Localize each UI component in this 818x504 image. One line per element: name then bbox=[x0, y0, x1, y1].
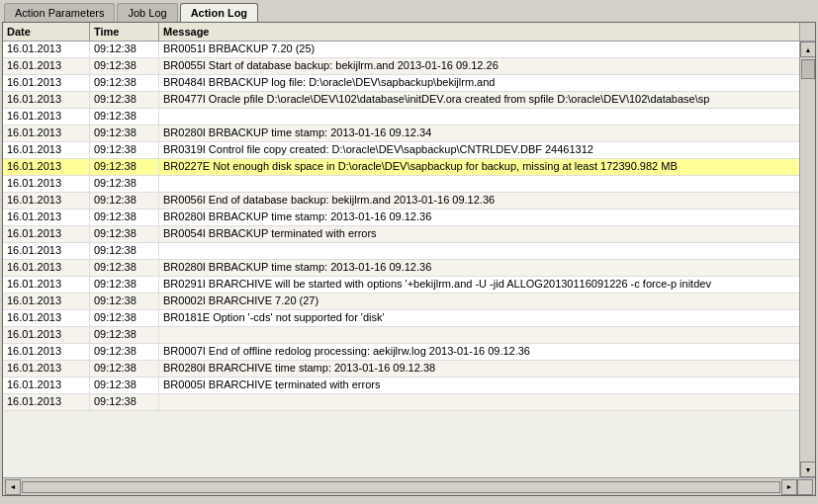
table-header: Date Time Message bbox=[3, 23, 815, 42]
cell-date: 16.01.2013 bbox=[3, 277, 90, 293]
cell-message: BR0280I BRBACKUP time stamp: 2013-01-16 … bbox=[159, 260, 799, 276]
table-container: Date Time Message 16.01.201309:12:38BR00… bbox=[3, 23, 815, 495]
scrollbar-top-right bbox=[799, 23, 815, 41]
cell-time: 09:12:38 bbox=[90, 394, 159, 410]
cell-message bbox=[159, 243, 799, 259]
cell-time: 09:12:38 bbox=[90, 361, 159, 377]
cell-date: 16.01.2013 bbox=[3, 310, 90, 326]
cell-message: BR0055I Start of database backup: bekijl… bbox=[159, 58, 799, 74]
cell-time: 09:12:38 bbox=[90, 109, 159, 125]
vertical-scrollbar[interactable]: ▲ ▼ bbox=[799, 42, 815, 477]
tab-action-parameters[interactable]: Action Parameters bbox=[4, 3, 115, 22]
cell-message bbox=[159, 176, 799, 192]
table-row: 16.01.201309:12:38BR0291I BRARCHIVE will… bbox=[3, 277, 799, 294]
cell-time: 09:12:38 bbox=[90, 310, 159, 326]
table-rows: 16.01.201309:12:38BR0051I BRBACKUP 7.20 … bbox=[3, 42, 799, 477]
tab-action-log[interactable]: Action Log bbox=[180, 3, 258, 22]
cell-message bbox=[159, 394, 799, 410]
cell-message bbox=[159, 109, 799, 125]
cell-message: BR0477I Oracle pfile D:\oracle\DEV\102\d… bbox=[159, 92, 799, 108]
cell-date: 16.01.2013 bbox=[3, 75, 90, 91]
table-row: 16.01.201309:12:38BR0319I Control file c… bbox=[3, 142, 799, 159]
h-scroll-track[interactable] bbox=[22, 481, 780, 493]
cell-date: 16.01.2013 bbox=[3, 226, 90, 242]
cell-time: 09:12:38 bbox=[90, 75, 159, 91]
scroll-thumb[interactable] bbox=[801, 59, 815, 79]
cell-time: 09:12:38 bbox=[90, 193, 159, 209]
cell-message: BR0005I BRARCHIVE terminated with errors bbox=[159, 378, 799, 393]
table-row: 16.01.201309:12:38 bbox=[3, 243, 799, 260]
cell-message: BR0280I BRBACKUP time stamp: 2013-01-16 … bbox=[159, 126, 799, 141]
cell-message bbox=[159, 327, 799, 343]
cell-time: 09:12:38 bbox=[90, 226, 159, 242]
scroll-left-button[interactable]: ◄ bbox=[5, 479, 21, 495]
cell-message: BR0280I BRBACKUP time stamp: 2013-01-16 … bbox=[159, 210, 799, 225]
table-row: 16.01.201309:12:38BR0280I BRARCHIVE time… bbox=[3, 361, 799, 378]
cell-message: BR0056I End of database backup: bekijlrm… bbox=[159, 193, 799, 209]
cell-date: 16.01.2013 bbox=[3, 109, 90, 125]
cell-time: 09:12:38 bbox=[90, 260, 159, 276]
cell-date: 16.01.2013 bbox=[3, 159, 90, 175]
cell-date: 16.01.2013 bbox=[3, 378, 90, 393]
cell-time: 09:12:38 bbox=[90, 142, 159, 158]
scroll-track bbox=[800, 57, 815, 462]
cell-time: 09:12:38 bbox=[90, 92, 159, 108]
cell-time: 09:12:38 bbox=[90, 159, 159, 175]
cell-message: BR0181E Option '-cds' not supported for … bbox=[159, 310, 799, 326]
tab-bar: Action Parameters Job Log Action Log bbox=[0, 0, 818, 22]
cell-date: 16.01.2013 bbox=[3, 260, 90, 276]
cell-message: BR0319I Control file copy created: D:\or… bbox=[159, 142, 799, 158]
table-row: 16.01.201309:12:38BR0280I BRBACKUP time … bbox=[3, 210, 799, 226]
cell-time: 09:12:38 bbox=[90, 294, 159, 309]
cell-date: 16.01.2013 bbox=[3, 92, 90, 108]
cell-message: BR0051I BRBACKUP 7.20 (25) bbox=[159, 42, 799, 57]
col-message-header: Message bbox=[159, 23, 799, 41]
cell-date: 16.01.2013 bbox=[3, 243, 90, 259]
cell-time: 09:12:38 bbox=[90, 243, 159, 259]
table-row: 16.01.201309:12:38BR0227E Not enough dis… bbox=[3, 159, 799, 176]
table-row: 16.01.201309:12:38BR0002I BRARCHIVE 7.20… bbox=[3, 294, 799, 310]
cell-date: 16.01.2013 bbox=[3, 394, 90, 410]
table-row: 16.01.201309:12:38 bbox=[3, 327, 799, 344]
cell-date: 16.01.2013 bbox=[3, 210, 90, 225]
cell-message: BR0007I End of offline redolog processin… bbox=[159, 344, 799, 360]
cell-message: BR0054I BRBACKUP terminated with errors bbox=[159, 226, 799, 242]
cell-date: 16.01.2013 bbox=[3, 126, 90, 141]
cell-message: BR0280I BRARCHIVE time stamp: 2013-01-16… bbox=[159, 361, 799, 377]
table-row: 16.01.201309:12:38BR0484I BRBACKUP log f… bbox=[3, 75, 799, 92]
cell-date: 16.01.2013 bbox=[3, 193, 90, 209]
table-row: 16.01.201309:12:38BR0005I BRARCHIVE term… bbox=[3, 378, 799, 394]
tab-job-log[interactable]: Job Log bbox=[117, 3, 177, 22]
main-panel: Date Time Message 16.01.201309:12:38BR00… bbox=[2, 22, 816, 496]
cell-time: 09:12:38 bbox=[90, 126, 159, 141]
col-time-header: Time bbox=[90, 23, 159, 41]
table-row: 16.01.201309:12:38BR0054I BRBACKUP termi… bbox=[3, 226, 799, 243]
cell-time: 09:12:38 bbox=[90, 58, 159, 74]
cell-date: 16.01.2013 bbox=[3, 327, 90, 343]
table-row: 16.01.201309:12:38BR0007I End of offline… bbox=[3, 344, 799, 361]
cell-time: 09:12:38 bbox=[90, 327, 159, 343]
table-row: 16.01.201309:12:38BR0055I Start of datab… bbox=[3, 58, 799, 75]
scroll-right-button[interactable]: ► bbox=[781, 479, 797, 495]
scroll-up-button[interactable]: ▲ bbox=[800, 42, 815, 57]
table-row: 16.01.201309:12:38BR0181E Option '-cds' … bbox=[3, 310, 799, 327]
table-row: 16.01.201309:12:38BR0280I BRBACKUP time … bbox=[3, 260, 799, 277]
table-row: 16.01.201309:12:38BR0477I Oracle pfile D… bbox=[3, 92, 799, 109]
cell-message: BR0291I BRARCHIVE will be started with o… bbox=[159, 277, 799, 293]
scroll-down-button[interactable]: ▼ bbox=[800, 462, 815, 477]
cell-date: 16.01.2013 bbox=[3, 42, 90, 57]
scroll-corner bbox=[797, 479, 813, 495]
table-row: 16.01.201309:12:38BR0051I BRBACKUP 7.20 … bbox=[3, 42, 799, 58]
table-row: 16.01.201309:12:38 bbox=[3, 394, 799, 411]
table-row: 16.01.201309:12:38BR0056I End of databas… bbox=[3, 193, 799, 210]
cell-date: 16.01.2013 bbox=[3, 142, 90, 158]
cell-time: 09:12:38 bbox=[90, 42, 159, 57]
cell-date: 16.01.2013 bbox=[3, 344, 90, 360]
cell-date: 16.01.2013 bbox=[3, 176, 90, 192]
cell-date: 16.01.2013 bbox=[3, 361, 90, 377]
cell-time: 09:12:38 bbox=[90, 344, 159, 360]
cell-time: 09:12:38 bbox=[90, 210, 159, 225]
cell-message: BR0484I BRBACKUP log file: D:\oracle\DEV… bbox=[159, 75, 799, 91]
cell-message: BR0227E Not enough disk space in D:\orac… bbox=[159, 159, 799, 175]
cell-date: 16.01.2013 bbox=[3, 58, 90, 74]
